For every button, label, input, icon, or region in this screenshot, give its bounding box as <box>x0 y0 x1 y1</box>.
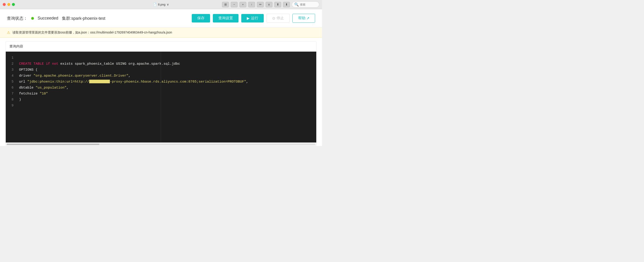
warning-bar: ⚠ 读取资源管理里面的文件需要添加oss前缀，如a.json：oss://mul… <box>0 28 322 38</box>
horizontal-scrollbar[interactable] <box>6 142 316 146</box>
zoom-in-icon: + <box>242 3 244 6</box>
line-content-3: OPTIONS ( <box>17 67 40 73</box>
titlebar-center: 📄 8.png ∨ <box>153 3 169 6</box>
line-content-2: CREATE TABLE if not exists spark_phoenix… <box>17 61 182 67</box>
titlebar-right: ⊞ − + ↑ ✏ ∨ ⬆ ⬇ 🔍 <box>222 2 319 8</box>
traffic-lights <box>3 3 15 6</box>
pen-chevron-button[interactable]: ∨ <box>266 2 272 7</box>
code-line-8: 8 ) <box>6 97 316 103</box>
stop-icon: ⊙ <box>272 16 275 20</box>
code-line-extra-5 <box>6 133 316 139</box>
line-number-1: 1 <box>6 55 17 60</box>
code-line-9: 9 <box>6 103 316 109</box>
line-content-9 <box>17 103 23 108</box>
status-value: Succeeded <box>38 16 58 21</box>
scrollbar-track[interactable] <box>7 144 315 145</box>
search-icon: 🔍 <box>294 2 299 7</box>
code-line-6: 6 dbtable "us_population", <box>6 85 316 91</box>
grid-icon: ⊞ <box>224 3 227 6</box>
query-content-header: 查询内容 <box>6 42 316 52</box>
line-content-8: ) <box>17 97 23 102</box>
query-settings-button[interactable]: 查询设置 <box>213 14 238 22</box>
titlebar-filename: 8.png <box>158 3 166 6</box>
titlebar: 📄 8.png ∨ ⊞ − + ↑ ✏ ∨ ⬆ ⬇ 🔍 <box>0 0 322 9</box>
zoom-in-button[interactable]: + <box>240 2 246 7</box>
pen-button[interactable]: ✏ <box>257 2 264 7</box>
line-number-9: 9 <box>6 103 17 108</box>
search-box[interactable]: 🔍 <box>292 2 319 8</box>
scrollbar-thumb[interactable] <box>7 144 99 145</box>
line-number-6: 6 <box>6 85 17 90</box>
run-button[interactable]: ▶ 运行 <box>241 14 264 22</box>
warning-message: 读取资源管理里面的文件需要添加oss前缀，如a.json：oss://multi… <box>12 30 172 35</box>
status-right: 保存 查询设置 ▶ 运行 ⊙ 停止 帮助 ↗ <box>192 14 315 23</box>
code-line-1: 1 <box>6 55 316 61</box>
export-icon: ⬆ <box>276 3 279 6</box>
share-button[interactable]: ↑ <box>248 2 255 7</box>
zoom-out-icon: − <box>233 3 235 6</box>
line-content-1 <box>17 55 23 61</box>
cluster-label: 集群:spark-phoenix-test <box>62 16 105 21</box>
code-line-5: 5 url "jdbc:phoenix:thin:url=http://████… <box>6 79 316 85</box>
line-number-5: 5 <box>6 79 17 84</box>
line-content-7: fetchsize "10" <box>17 91 50 96</box>
query-content-section: 查询内容 1 2 CREATE TABLE if not exists spar… <box>6 41 316 146</box>
warning-icon: ⚠ <box>7 30 10 35</box>
code-line-extra-3 <box>6 121 316 127</box>
external-link-icon: ↗ <box>306 16 310 20</box>
code-line-extra-1 <box>6 109 316 115</box>
status-label: 查询状态： <box>7 16 28 21</box>
download-icon: ⬇ <box>285 3 288 6</box>
minimize-button[interactable] <box>7 3 10 6</box>
code-line-extra-2 <box>6 115 316 121</box>
line-number-7: 7 <box>6 91 17 96</box>
search-input[interactable] <box>300 3 318 6</box>
pen-icon: ✏ <box>259 3 262 6</box>
line-content-5: url "jdbc:phoenix:thin:url=http://██████… <box>17 79 250 85</box>
close-button[interactable] <box>3 3 6 6</box>
export-button[interactable]: ⬆ <box>274 2 281 7</box>
file-icon: 📄 <box>153 3 157 6</box>
query-content-title: 查询内容 <box>10 44 23 48</box>
line-number-3: 3 <box>6 67 17 72</box>
save-button[interactable]: 保存 <box>192 14 210 22</box>
status-left: 查询状态： Succeeded 集群:spark-phoenix-test <box>7 16 105 21</box>
share-icon: ↑ <box>251 3 252 6</box>
help-button[interactable]: 帮助 ↗ <box>292 14 315 23</box>
line-content-6: dbtable "us_population", <box>17 85 70 90</box>
stop-button[interactable]: ⊙ 停止 <box>266 14 290 23</box>
line-content-4: driver "org.apache.phoenix.queryserver.c… <box>17 73 132 79</box>
query-status-bar: 查询状态： Succeeded 集群:spark-phoenix-test 保存… <box>0 9 322 28</box>
code-line-4: 4 driver "org.apache.phoenix.queryserver… <box>6 73 316 79</box>
code-line-7: 7 fetchsize "10" <box>6 91 316 97</box>
chevron-down-icon: ∨ <box>167 3 169 6</box>
grid-view-button[interactable]: ⊞ <box>222 2 229 7</box>
code-editor[interactable]: 1 2 CREATE TABLE if not exists spark_pho… <box>6 52 316 142</box>
zoom-out-button[interactable]: − <box>231 2 238 7</box>
chevron-icon: ∨ <box>268 3 270 6</box>
code-line-3: 3 OPTIONS ( <box>6 67 316 73</box>
status-dot-icon <box>31 17 34 20</box>
play-icon: ▶ <box>247 16 250 20</box>
download-button[interactable]: ⬇ <box>283 2 290 7</box>
line-number-2: 2 <box>6 61 17 66</box>
main-content: 查询状态： Succeeded 集群:spark-phoenix-test 保存… <box>0 9 322 146</box>
code-line-2: 2 CREATE TABLE if not exists spark_phoen… <box>6 61 316 67</box>
line-number-4: 4 <box>6 73 17 78</box>
code-line-extra-4 <box>6 127 316 133</box>
line-number-8: 8 <box>6 97 17 102</box>
maximize-button[interactable] <box>12 3 15 6</box>
code-divider <box>161 52 161 142</box>
